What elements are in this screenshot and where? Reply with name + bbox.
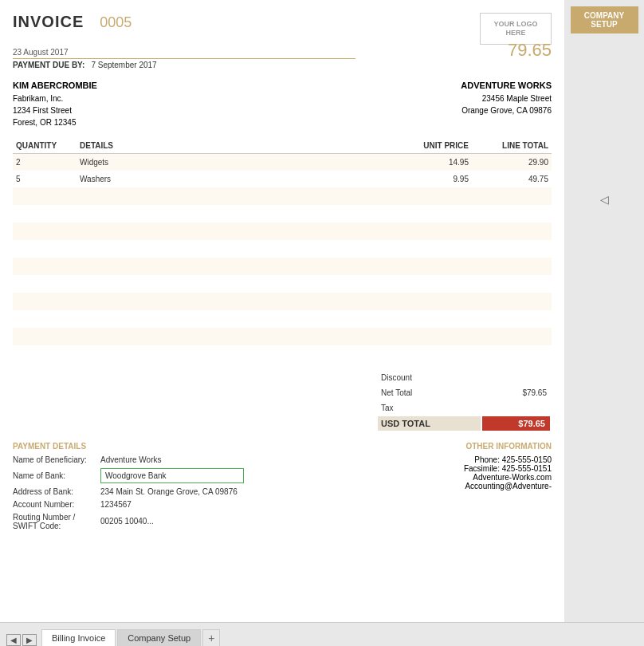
usd-total-value: $79.65	[482, 416, 550, 431]
collapse-arrow-icon[interactable]: ◁	[600, 193, 609, 206]
other-info-website: Adventure-Works.com	[464, 473, 552, 482]
tab-navigation: ◀ ▶	[6, 634, 38, 646]
table-row-empty	[13, 293, 552, 310]
table-row-empty	[13, 258, 552, 275]
bank-address-field: Address of Bank: 234 Main St. Orange Gro…	[13, 487, 244, 496]
tab-company-setup[interactable]: Company Setup	[117, 629, 201, 646]
company-setup-button[interactable]: COMPANY SETUP	[571, 6, 638, 33]
invoice-number: 0005	[100, 14, 132, 31]
payment-due-label: PAYMENT DUE BY:	[13, 61, 84, 69]
tab-bar: ◀ ▶ Billing Invoice Company Setup +	[0, 622, 644, 646]
col-unit-price: UNIT PRICE	[376, 138, 472, 154]
payment-due-date: 7 September 2017	[91, 61, 156, 69]
totals-section: Discount Net Total $79.65 Tax USD TOTAL …	[13, 369, 552, 432]
tab-billing-invoice[interactable]: Billing Invoice	[41, 629, 116, 646]
bill-from-address2: Orange Grove, CA 09876	[461, 104, 552, 116]
col-line-total: LINE TOTAL	[472, 138, 552, 154]
bill-to-company: Fabrikam, Inc.	[13, 93, 97, 104]
invoice-title: INVOICE	[13, 13, 84, 31]
bill-to-address1: 1234 First Street	[13, 104, 97, 116]
bill-to-address2: Forest, OR 12345	[13, 116, 97, 128]
table-row-empty	[13, 345, 552, 363]
prev-tab-button[interactable]: ◀	[6, 634, 21, 646]
other-info-fax: Facsimile: 425-555-0151	[464, 464, 552, 473]
invoice-table: QUANTITY DETAILS UNIT PRICE LINE TOTAL 2…	[13, 138, 552, 363]
cell-line-total: 49.75	[472, 171, 552, 187]
usd-total-label: USD TOTAL	[378, 416, 481, 431]
routing-field: Routing Number / SWIFT Code: 00205 10040…	[13, 513, 244, 530]
right-sidebar: COMPANY SETUP ◁	[564, 0, 644, 622]
cell-quantity: 2	[13, 153, 77, 171]
bank-name-input[interactable]	[100, 468, 244, 483]
tax-label: Tax	[378, 401, 481, 415]
tax-value	[482, 401, 550, 415]
table-row-empty	[13, 240, 552, 258]
other-info-title: OTHER INFORMATION	[464, 442, 552, 451]
bill-from-name: ADVENTURE WORKS	[461, 79, 552, 93]
discount-label: Discount	[378, 371, 481, 384]
other-info-email: Accounting@Adventure-	[464, 482, 552, 490]
other-info-phone: Phone: 425-555-0150	[464, 455, 552, 464]
table-row-empty	[13, 223, 552, 240]
cell-details: Washers	[77, 171, 376, 187]
table-row-empty	[13, 205, 552, 223]
table-row-empty	[13, 187, 552, 205]
col-details: DETAILS	[77, 138, 376, 154]
bank-name-field[interactable]: Name of Bank:	[13, 468, 244, 483]
table-row-empty	[13, 328, 552, 345]
table-row: 5 Washers 9.95 49.75	[13, 171, 552, 187]
table-row-empty	[13, 310, 552, 328]
bill-from-address1: 23456 Maple Street	[461, 93, 552, 104]
bill-to-name: KIM ABERCROMBIE	[13, 79, 97, 93]
invoice-date: 23 August 2017	[13, 48, 355, 57]
cell-unit-price: 9.95	[376, 171, 472, 187]
payment-details-section: PAYMENT DETAILS Name of Beneficiary: Adv…	[13, 442, 552, 534]
beneficiary-field: Name of Beneficiary: Adventure Works	[13, 455, 244, 464]
next-tab-button[interactable]: ▶	[22, 634, 37, 646]
table-row-empty	[13, 275, 552, 293]
cell-unit-price: 14.95	[376, 153, 472, 171]
total-amount: 79.65	[508, 40, 552, 61]
table-row: 2 Widgets 14.95 29.90	[13, 153, 552, 171]
net-total-label: Net Total	[378, 386, 481, 400]
col-quantity: QUANTITY	[13, 138, 77, 154]
discount-value	[482, 371, 550, 384]
add-tab-button[interactable]: +	[202, 629, 220, 646]
cell-line-total: 29.90	[472, 153, 552, 171]
payment-details-title: PAYMENT DETAILS	[13, 442, 244, 451]
net-total-value: $79.65	[482, 386, 550, 400]
cell-details: Widgets	[77, 153, 376, 171]
addresses-section: KIM ABERCROMBIE Fabrikam, Inc. 1234 Firs…	[13, 79, 552, 128]
cell-quantity: 5	[13, 171, 77, 187]
account-number-field: Account Number: 1234567	[13, 500, 244, 509]
